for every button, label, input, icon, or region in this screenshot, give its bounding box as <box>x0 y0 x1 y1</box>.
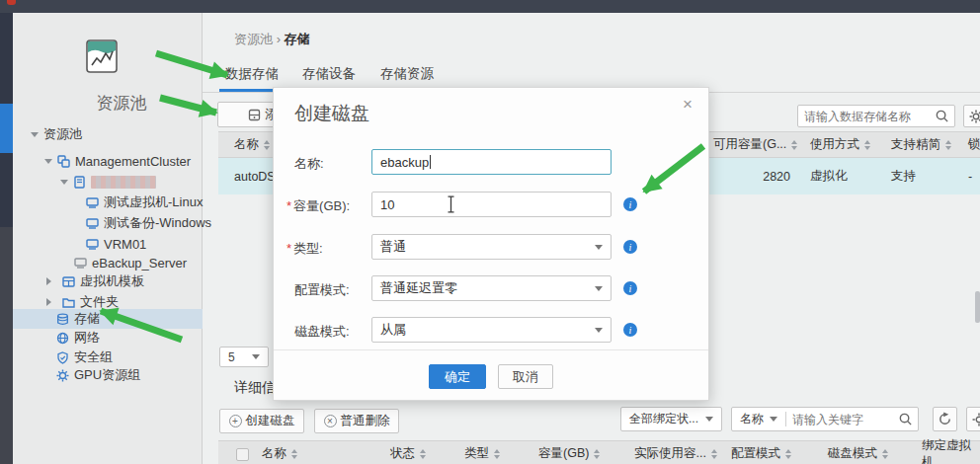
name-value: ebackup <box>380 155 429 170</box>
capacity-value: 10 <box>380 197 394 212</box>
column-header-name[interactable]: 名称 <box>234 132 270 157</box>
tree-label: 测试虚拟机-Linux <box>104 193 203 211</box>
tree-item-management-cluster[interactable]: ManagementCluster <box>13 151 203 171</box>
column-header-lock[interactable]: 锁 <box>968 132 980 157</box>
delete-disk-button[interactable]: × 普通删除 <box>314 409 399 433</box>
sort-icon[interactable] <box>882 446 888 462</box>
field-row-capacity: *容量(GB): 10 i <box>274 192 708 217</box>
datastore-column-settings-button[interactable] <box>963 105 980 127</box>
tab-storage-resources[interactable]: 存储资源 <box>380 65 434 83</box>
modal-footer-divider <box>274 349 708 350</box>
tree-item-host-censored[interactable] <box>13 172 203 192</box>
scrollbar-thumb[interactable] <box>975 291 980 323</box>
sort-icon[interactable] <box>264 137 270 153</box>
chevron-down-icon[interactable] <box>44 159 52 168</box>
search-icon[interactable] <box>898 412 913 426</box>
host-icon <box>73 176 86 189</box>
sort-icon[interactable] <box>711 446 717 462</box>
vm-icon <box>86 196 99 209</box>
breadcrumb-root[interactable]: 资源池 <box>234 32 273 46</box>
keyword-input[interactable] <box>786 413 898 426</box>
tree-item-ebackup-server[interactable]: eBackup_Server <box>13 253 203 272</box>
chevron-right-icon[interactable] <box>46 277 55 285</box>
name-input[interactable]: ebackup <box>371 149 612 175</box>
create-disk-button[interactable]: + 创建磁盘 <box>219 409 304 433</box>
disk-filter-search[interactable]: 名称 <box>731 407 919 431</box>
column-header-thin[interactable]: 支持精简 <box>891 132 951 157</box>
search-icon[interactable] <box>935 109 949 123</box>
tree-item-network[interactable]: 网络 <box>13 328 203 348</box>
refresh-button[interactable] <box>933 407 957 431</box>
confirm-button[interactable]: 确定 <box>429 364 486 389</box>
column-label: 名称 <box>262 445 286 462</box>
vm-icon <box>86 238 99 251</box>
column-header-used[interactable]: 实际使用容... <box>634 441 717 464</box>
config-mode-select[interactable]: 普通延迟置零 <box>371 275 612 301</box>
sort-icon[interactable] <box>791 137 797 153</box>
column-header-status[interactable]: 状态 <box>390 441 426 464</box>
select-all-checkbox[interactable] <box>236 448 249 461</box>
column-header-type[interactable]: 类型 <box>464 441 500 464</box>
tree-item-gpu-groups[interactable]: GPU资源组 <box>13 365 203 385</box>
page-size-value: 5 <box>228 350 235 364</box>
info-icon[interactable]: i <box>623 240 637 254</box>
tree-item-vrm01[interactable]: VRM01 <box>13 234 203 254</box>
column-label: 绑定虚拟机 <box>922 437 980 464</box>
info-icon[interactable]: i <box>623 197 637 211</box>
column-header-disk-name[interactable]: 名称 <box>262 441 297 464</box>
column-header-bound-vm[interactable]: 绑定虚拟机 <box>922 441 980 464</box>
plus-circle-icon: + <box>229 415 242 427</box>
sort-icon[interactable] <box>420 446 426 462</box>
chevron-down-icon[interactable] <box>60 180 68 189</box>
column-header-disk-mode[interactable]: 磁盘模式 <box>828 441 888 464</box>
tree-item-resource-pool[interactable]: 资源池 <box>13 124 203 144</box>
filter-field-value: 名称 <box>740 411 764 427</box>
info-icon[interactable]: i <box>623 323 637 337</box>
column-label: 类型 <box>464 445 489 462</box>
sort-icon[interactable] <box>594 446 600 462</box>
tree-item-vm-test-windows[interactable]: 测试备份-Windows <box>13 213 203 233</box>
filter-field-select[interactable]: 名称 <box>732 411 785 427</box>
column-label: 容量(GB) <box>538 445 589 462</box>
close-icon[interactable]: × <box>683 95 693 115</box>
column-header-capacity[interactable]: 容量(GB) <box>538 441 600 464</box>
info-icon[interactable]: i <box>623 281 637 295</box>
tree-item-storage[interactable]: 存储 <box>13 309 203 329</box>
censored-host-name <box>91 176 156 189</box>
sort-icon[interactable] <box>494 446 500 462</box>
disk-table-header: 名称 状态 类型 容量(GB) 实际使用容... 配置模式 磁盘模式 绑定虚拟机 <box>218 440 980 464</box>
tree-label: 资源池 <box>43 125 82 143</box>
sort-icon[interactable] <box>864 137 870 153</box>
tree-item-vm-test-linux[interactable]: 测试虚拟机-Linux <box>13 193 203 212</box>
tree-item-security-groups[interactable]: 安全组 <box>13 348 203 367</box>
disk-column-settings-button[interactable] <box>966 407 980 431</box>
chevron-down-icon <box>595 328 603 337</box>
tab-storage-devices[interactable]: 存储设备 <box>302 65 356 83</box>
tree-item-vm-templates[interactable]: 虚拟机模板 <box>13 271 203 291</box>
column-header-config-mode[interactable]: 配置模式 <box>731 441 791 464</box>
template-icon <box>62 275 75 288</box>
sort-icon[interactable] <box>945 137 951 153</box>
sort-icon[interactable] <box>785 446 791 462</box>
chevron-down-icon[interactable] <box>31 132 39 141</box>
chevron-right-icon[interactable] <box>46 298 55 306</box>
page-size-select[interactable]: 5 <box>219 347 269 367</box>
datastore-search-input[interactable] <box>798 110 935 123</box>
tree-label: VRM01 <box>104 237 146 252</box>
column-header-available[interactable]: 可用容量(G... <box>713 132 797 157</box>
disk-mode-select[interactable]: 从属 <box>371 317 612 343</box>
resource-pool-label: 资源池 <box>72 92 171 115</box>
capacity-input[interactable]: 10 <box>371 192 612 217</box>
bind-state-filter-select[interactable]: 全部绑定状... <box>620 407 722 431</box>
cross-circle-icon: × <box>324 415 337 427</box>
dock-active-item[interactable] <box>0 104 13 153</box>
sort-icon[interactable] <box>291 446 297 462</box>
column-header-usage[interactable]: 使用方式 <box>810 132 870 157</box>
datastore-search[interactable] <box>797 105 955 127</box>
tab-data-storage[interactable]: 数据存储 <box>225 65 279 83</box>
cancel-button[interactable]: 取消 <box>498 364 553 389</box>
field-label: 配置模式: <box>294 281 350 299</box>
type-select[interactable]: 普通 <box>371 234 612 260</box>
create-disk-modal: 创建磁盘 × 名称: ebackup *容量(GB): 10 i *类型: 普通… <box>273 87 709 401</box>
tree-label: 安全组 <box>74 348 113 366</box>
